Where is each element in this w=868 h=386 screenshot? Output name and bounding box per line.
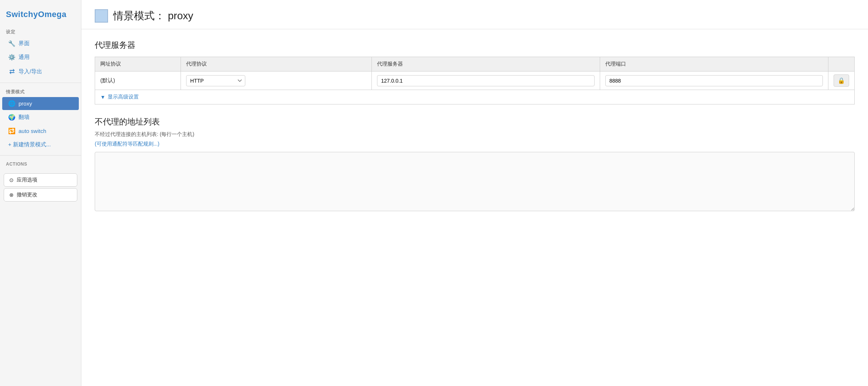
globe-green-icon: 🌍 (8, 114, 16, 121)
apply-button-label: 应用选项 (17, 177, 37, 183)
import-export-icon: ⇄ (8, 67, 16, 76)
no-proxy-description: 不经过代理连接的主机列表: (每行一个主机) (95, 131, 855, 138)
profile-icon-box (95, 9, 108, 23)
sidebar-divider (0, 83, 81, 83)
cancel-button-label: 撤销更改 (17, 192, 37, 198)
sidebar-item-label: 通用 (18, 54, 30, 61)
proxy-server-cell (372, 71, 600, 90)
gear-icon: ⚙️ (8, 54, 16, 61)
apply-icon: ⊙ (9, 177, 14, 183)
page-title-profile: proxy (168, 10, 193, 21)
page-title: 情景模式： proxy (113, 9, 193, 23)
no-proxy-textarea[interactable] (95, 152, 855, 211)
url-protocol-value: (默认) (100, 77, 115, 83)
settings-section-label: 设定 (0, 27, 81, 37)
sidebar-item-proxy[interactable]: 🌐 proxy (2, 97, 79, 110)
actions-label: ACTIONS (0, 159, 81, 168)
proxy-section-title: 代理服务器 (95, 40, 855, 51)
lock-button[interactable]: 🔒 (834, 74, 849, 87)
sidebar-item-label: proxy (18, 100, 32, 107)
main-content: 情景模式： proxy 代理服务器 网址协议 代理协议 代理服务器 代理端口 (… (81, 0, 868, 386)
page-header: 情景模式： proxy (81, 0, 868, 29)
profiles-section-label: 情景模式 (0, 87, 81, 97)
sidebar-item-general[interactable]: ⚙️ 通用 (2, 51, 79, 64)
sidebar-item-auto-switch[interactable]: 🔁 auto switch (2, 124, 79, 137)
col-proxy-protocol: 代理协议 (181, 57, 372, 71)
lock-icon: 🔒 (838, 77, 845, 84)
url-protocol-cell: (默认) (95, 71, 181, 90)
add-profile-label: + 新建情景模式... (8, 141, 51, 148)
actions-divider (0, 155, 81, 156)
proxy-port-cell (600, 71, 828, 90)
actions-section: ⊙ 应用选项 ⊗ 撤销更改 (0, 168, 81, 207)
sidebar-item-import-export[interactable]: ⇄ 导入/导出 (2, 64, 79, 79)
proxy-table: 网址协议 代理协议 代理服务器 代理端口 (默认) HTTP HTTPS (95, 57, 855, 90)
proxy-protocol-select[interactable]: HTTP HTTPS SOCKS4 SOCKS5 (186, 75, 245, 86)
chevron-down-icon: ▼ (100, 94, 105, 100)
proxy-protocol-cell: HTTP HTTPS SOCKS4 SOCKS5 (181, 71, 372, 90)
advanced-toggle-label: 显示高级设置 (108, 94, 139, 100)
sidebar-item-label: auto switch (18, 128, 46, 134)
advanced-settings-toggle[interactable]: ▼ 显示高级设置 (95, 90, 855, 104)
add-profile-button[interactable]: + 新建情景模式... (2, 138, 79, 151)
col-proxy-port: 代理端口 (600, 57, 828, 71)
arrow-switch-icon: 🔁 (8, 127, 16, 134)
sidebar-item-fanqiang[interactable]: 🌍 翻墙 (2, 111, 79, 124)
page-title-prefix: 情景模式： (113, 10, 165, 21)
proxy-server-input[interactable] (377, 75, 595, 86)
sidebar-item-interface[interactable]: 🔧 界面 (2, 37, 79, 50)
wrench-icon: 🔧 (8, 40, 16, 47)
no-proxy-title: 不代理的地址列表 (95, 116, 855, 127)
app-logo: SwitchyOmega (0, 6, 81, 27)
table-row: (默认) HTTP HTTPS SOCKS4 SOCKS5 (95, 71, 855, 90)
no-proxy-link[interactable]: (可使用通配符等匹配规则...) (95, 141, 855, 147)
lock-cell: 🔒 (828, 71, 855, 90)
cancel-button[interactable]: ⊗ 撤销更改 (4, 188, 77, 202)
cancel-icon: ⊗ (9, 192, 14, 198)
sidebar-item-label: 导入/导出 (18, 68, 42, 75)
content-area: 代理服务器 网址协议 代理协议 代理服务器 代理端口 (默认) (81, 29, 868, 223)
sidebar-item-label: 界面 (18, 40, 30, 47)
apply-button[interactable]: ⊙ 应用选项 (4, 173, 77, 187)
globe-blue-icon: 🌐 (8, 100, 16, 107)
sidebar: SwitchyOmega 设定 🔧 界面 ⚙️ 通用 ⇄ 导入/导出 情景模式 … (0, 0, 81, 386)
col-lock (828, 57, 855, 71)
sidebar-item-label: 翻墙 (18, 114, 30, 121)
proxy-port-input[interactable] (605, 75, 823, 86)
no-proxy-section: 不代理的地址列表 不经过代理连接的主机列表: (每行一个主机) (可使用通配符等… (95, 116, 855, 212)
col-proxy-server: 代理服务器 (372, 57, 600, 71)
col-url-protocol: 网址协议 (95, 57, 181, 71)
